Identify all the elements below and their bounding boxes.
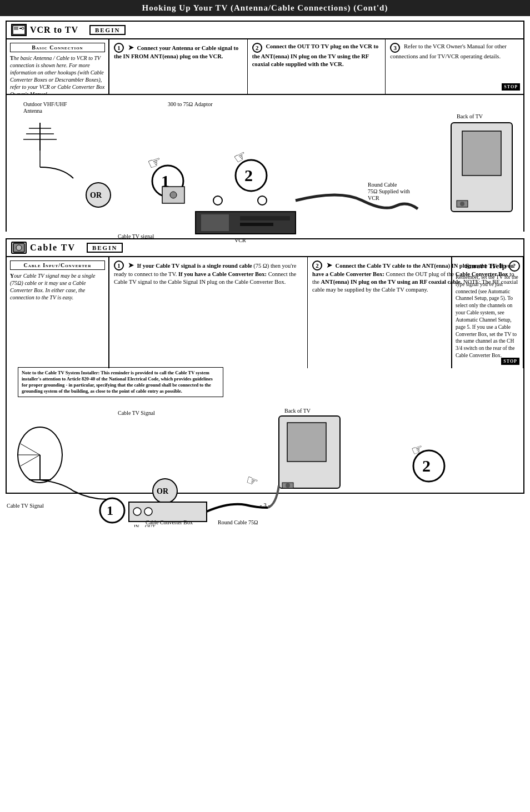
vcr-left-panel: Basic Connection The basic Antenna / Cab… bbox=[7, 39, 109, 94]
svg-text:300 to 75Ω Adaptor: 300 to 75Ω Adaptor bbox=[168, 101, 213, 107]
svg-text:2: 2 bbox=[244, 166, 253, 184]
svg-rect-29 bbox=[240, 216, 290, 220]
smart-help-text: Remember, set the TV for the type signal… bbox=[456, 274, 520, 359]
svg-text:Round Cable: Round Cable bbox=[368, 182, 397, 188]
svg-text:☞: ☞ bbox=[231, 147, 249, 167]
vcr-diagram: Outdoor VHF/UHF Antenna 300 to 75Ω Adapt… bbox=[7, 95, 523, 245]
svg-rect-1 bbox=[14, 27, 18, 30]
cable-step-1: 1 ➤ If your Cable TV signal is a single … bbox=[109, 257, 308, 368]
vcr-step-1-arrow: ➤ bbox=[128, 43, 134, 52]
vcr-step-2-num: 2 bbox=[252, 43, 262, 53]
vcr-begin-badge: BEGIN bbox=[89, 25, 126, 35]
cable-note-box: Note to the Cable TV System Installer: T… bbox=[18, 367, 223, 397]
vcr-step-1-num: 1 bbox=[114, 43, 124, 53]
cable-step-1-num: 1 bbox=[114, 260, 124, 270]
svg-text:☞: ☞ bbox=[146, 152, 164, 173]
smart-help-title: Smart Help ? bbox=[456, 260, 520, 272]
svg-point-63 bbox=[144, 508, 152, 515]
cable-steps-area: Cable Input/Converter Your Cable TV sign… bbox=[7, 257, 523, 368]
vcr-section: VCR to TV BEGIN Basic Connection The bas… bbox=[6, 21, 524, 232]
svg-line-54 bbox=[21, 444, 40, 455]
cable-section: Cable TV BEGIN Cable Input/Converter You… bbox=[6, 238, 524, 494]
vcr-stop-badge: STOP bbox=[502, 83, 520, 91]
cable-begin-badge: BEGIN bbox=[87, 243, 123, 253]
svg-text:IN: IN bbox=[134, 524, 139, 527]
svg-text:Outdoor VHF/UHF: Outdoor VHF/UHF bbox=[23, 101, 67, 107]
vcr-step-2-text: Connect the OUT TO TV plug on the VCR to… bbox=[252, 43, 379, 67]
svg-text:1: 1 bbox=[107, 503, 113, 518]
svg-point-23 bbox=[213, 196, 222, 205]
svg-rect-37 bbox=[462, 131, 501, 176]
vcr-step-3-num: 3 bbox=[390, 43, 400, 53]
svg-point-46 bbox=[286, 483, 290, 488]
svg-point-25 bbox=[258, 196, 267, 205]
svg-text:2: 2 bbox=[422, 457, 431, 475]
svg-text:Cable Converter Box: Cable Converter Box bbox=[146, 519, 193, 525]
cable-icon bbox=[11, 242, 27, 254]
cable-input-text: Your Cable TV signal may be a single (75… bbox=[10, 272, 105, 301]
svg-rect-2 bbox=[19, 28, 22, 29]
cable-header: Cable TV BEGIN bbox=[7, 239, 523, 257]
svg-point-61 bbox=[133, 508, 141, 515]
svg-text:VCR: VCR bbox=[368, 195, 379, 201]
vcr-step-1: 1 ➤ Connect your Antenna or Cable signal… bbox=[109, 39, 248, 94]
cable-step-1-arrow: ➤ bbox=[128, 261, 134, 269]
svg-point-3 bbox=[22, 27, 24, 29]
cable-note-text: Note to the Cable TV System Installer: T… bbox=[22, 370, 213, 394]
svg-point-41 bbox=[16, 245, 22, 250]
cable-title: Cable TV bbox=[30, 243, 76, 253]
svg-text:Back of TV: Back of TV bbox=[457, 113, 483, 119]
vcr-step-3: 3 Refer to the VCR Owner's Manual for ot… bbox=[386, 39, 523, 94]
svg-text:OR: OR bbox=[90, 191, 102, 199]
svg-line-56 bbox=[21, 455, 40, 466]
svg-text:Antenna: Antenna bbox=[23, 108, 42, 114]
vcr-step-3-text: Refer to the VCR Owner's Manual for othe… bbox=[390, 43, 506, 59]
svg-point-39 bbox=[460, 202, 464, 206]
vcr-header: VCR to TV BEGIN bbox=[7, 22, 523, 39]
page-title: Hooking Up Your TV (Antenna/Cable Connec… bbox=[0, 0, 530, 16]
vcr-basic-connection-title: Basic Connection bbox=[10, 43, 105, 52]
vcr-basic-connection-text: The basic Antenna / Cable to VCR to TV c… bbox=[10, 54, 105, 98]
cable-step-1-text: If your Cable TV signal is a single roun… bbox=[114, 263, 296, 285]
svg-text:Back of TV: Back of TV bbox=[284, 408, 311, 414]
cable-step-2-arrow: ➤ bbox=[326, 261, 333, 269]
svg-text:75Ω Supplied with: 75Ω Supplied with bbox=[368, 188, 410, 194]
cable-diagram: Back of TV 2 ☞ Cable TV Signal Cable bbox=[7, 405, 523, 527]
svg-text:Cable TV Signal: Cable TV Signal bbox=[7, 503, 44, 509]
cable-input-title: Cable Input/Converter bbox=[10, 260, 105, 270]
svg-text:OR: OR bbox=[157, 487, 169, 495]
svg-text:Cable TV Signal: Cable TV Signal bbox=[118, 410, 155, 416]
svg-rect-28 bbox=[201, 214, 229, 231]
smart-help-panel: Smart Help ? Remember, set the TV for th… bbox=[451, 257, 523, 368]
svg-text:Round Cable 75Ω: Round Cable 75Ω bbox=[218, 519, 258, 525]
cable-step-2-num: 2 bbox=[312, 260, 322, 270]
svg-text:☞: ☞ bbox=[409, 440, 426, 458]
svg-text:☞: ☞ bbox=[244, 473, 261, 490]
vcr-step-2: 2 Connect the OUT TO TV plug on the VCR … bbox=[248, 39, 386, 94]
vcr-title: VCR to TV bbox=[30, 25, 78, 35]
vcr-icon bbox=[11, 24, 27, 36]
vcr-steps-row: Basic Connection The basic Antenna / Cab… bbox=[7, 39, 523, 95]
cable-left-panel: Cable Input/Converter Your Cable TV sign… bbox=[7, 257, 109, 368]
svg-rect-44 bbox=[287, 423, 326, 462]
svg-rect-30 bbox=[240, 223, 273, 226]
svg-point-19 bbox=[170, 192, 177, 198]
smart-help-icon: ? bbox=[509, 260, 520, 272]
